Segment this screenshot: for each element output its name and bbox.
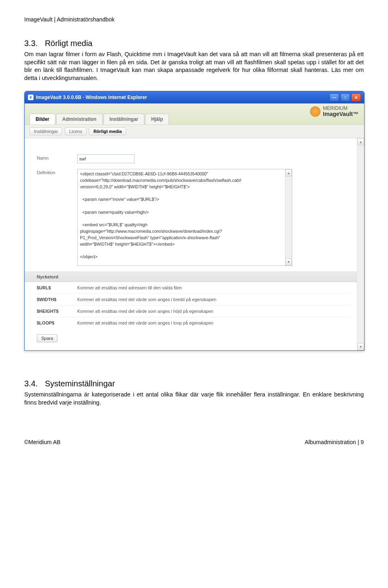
- doc-header: ImageVault | Administratörshandbok: [24, 16, 364, 23]
- tab-administration[interactable]: Administration: [56, 114, 103, 124]
- keyword-key: $LOOP$: [37, 320, 77, 325]
- name-input[interactable]: [77, 154, 135, 163]
- subtab-licens[interactable]: Licens: [65, 127, 86, 135]
- keyword-row: $WIDTH$ Kommer att ersättas med det värd…: [37, 294, 350, 306]
- section-number: 3.3.: [24, 39, 38, 48]
- brand-logo: MERIDIUM ImageVault™: [310, 106, 358, 117]
- keywords-header: Nyckelord: [25, 272, 357, 282]
- window-titlebar: e ImageVault 3.0.0.6B - Windows Internet…: [25, 91, 364, 103]
- footer-right: Albumadministration | 9: [305, 439, 364, 445]
- logo-icon: [310, 106, 321, 117]
- keyword-row: $URL$ Kommer att ersättas med adressen t…: [37, 282, 350, 294]
- tab-bilder[interactable]: Bilder: [30, 114, 55, 124]
- page-scrollbar[interactable]: ▲ ▼: [357, 138, 364, 350]
- section-3-3-body: Om man lagrar filmer i form av Flash, Qu…: [24, 51, 364, 82]
- tab-installningar[interactable]: Inställningar: [103, 114, 144, 124]
- subtab-rorligt-media[interactable]: Rörligt media: [89, 127, 126, 135]
- keyword-key: $URL$: [37, 285, 77, 290]
- keyword-desc: Kommer att ersättas med det värde som an…: [77, 309, 213, 314]
- tab-hjalp[interactable]: Hjälp: [145, 114, 169, 124]
- app-header: MERIDIUM ImageVault™ Bilder Administrati…: [25, 103, 364, 138]
- name-label: Namn: [37, 154, 77, 163]
- scroll-down-icon[interactable]: ▼: [357, 343, 364, 350]
- textarea-scrollbar[interactable]: ▲ ▼: [285, 169, 292, 266]
- definition-label: Definition: [37, 169, 77, 266]
- keyword-row: $HEIGHT$ Kommer att ersättas med det vär…: [37, 306, 350, 317]
- save-button[interactable]: Spara: [37, 334, 57, 342]
- subtab-installningar[interactable]: Inställningar: [30, 127, 62, 135]
- section-3-4-body: Systeminställningarna är kategoriserade …: [24, 391, 364, 407]
- scroll-down-icon[interactable]: ▼: [285, 258, 292, 266]
- section-title: Systeminställningar: [45, 379, 115, 388]
- keyword-desc: Kommer att ersättas med det värde som an…: [77, 320, 213, 325]
- keyword-key: $HEIGHT$: [37, 309, 77, 314]
- keyword-row: $LOOP$ Kommer att ersättas med det värde…: [37, 317, 350, 329]
- section-3-4-heading: 3.4. Systeminställningar: [24, 379, 364, 388]
- browser-window: e ImageVault 3.0.0.6B - Windows Internet…: [24, 91, 365, 351]
- maximize-button[interactable]: □: [340, 93, 350, 101]
- keyword-desc: Kommer att ersättas med adressen till de…: [77, 285, 182, 290]
- logo-top-text: MERIDIUM: [323, 106, 358, 111]
- footer-left: ©Meridium AB: [24, 439, 61, 445]
- close-button[interactable]: ✕: [351, 93, 361, 101]
- scroll-up-icon[interactable]: ▲: [357, 138, 364, 145]
- section-title: Rörligt media: [45, 39, 93, 48]
- definition-textarea[interactable]: [78, 169, 285, 266]
- logo-bottom-text: ImageVault™: [323, 111, 358, 117]
- section-3-3-heading: 3.3. Rörligt media: [24, 39, 364, 48]
- keyword-desc: Kommer att ersättas med det värde som an…: [77, 297, 216, 302]
- section-number: 3.4.: [24, 379, 38, 388]
- window-title: ImageVault 3.0.0.6B - Windows Internet E…: [36, 95, 147, 100]
- ie-icon: e: [28, 95, 34, 100]
- keyword-key: $WIDTH$: [37, 297, 77, 302]
- scroll-up-icon[interactable]: ▲: [285, 169, 292, 177]
- minimize-button[interactable]: —: [329, 93, 339, 101]
